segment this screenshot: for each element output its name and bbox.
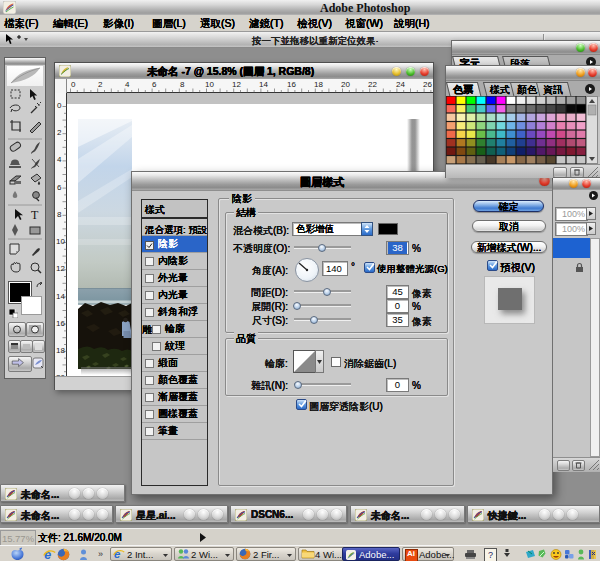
svg-text:8: 8 <box>180 80 185 89</box>
svg-text:26: 26 <box>423 80 432 89</box>
svg-text:18: 18 <box>56 346 65 355</box>
svg-text:8: 8 <box>57 210 62 219</box>
svg-text:4: 4 <box>57 155 62 164</box>
svg-text:6: 6 <box>57 183 62 192</box>
svg-text:16: 16 <box>56 319 65 328</box>
svg-text:10: 10 <box>205 80 214 89</box>
svg-text:4: 4 <box>125 80 130 89</box>
svg-text:T: T <box>31 208 39 222</box>
svg-text:14: 14 <box>56 292 65 301</box>
svg-text:2: 2 <box>98 80 103 89</box>
svg-text:12: 12 <box>232 80 241 89</box>
svg-text:e: e <box>44 548 51 561</box>
svg-text:0: 0 <box>57 101 62 110</box>
svg-text:16: 16 <box>287 80 296 89</box>
svg-text:20: 20 <box>341 80 350 89</box>
svg-text:2: 2 <box>57 128 62 137</box>
svg-text:24: 24 <box>396 80 405 89</box>
svg-text:e: e <box>114 548 121 560</box>
svg-text:14: 14 <box>259 80 268 89</box>
svg-text:0: 0 <box>71 80 76 89</box>
svg-text:18: 18 <box>314 80 323 89</box>
svg-text:12: 12 <box>56 264 65 273</box>
svg-text:6: 6 <box>152 80 157 89</box>
svg-text:10: 10 <box>56 237 65 246</box>
svg-text:22: 22 <box>368 80 377 89</box>
